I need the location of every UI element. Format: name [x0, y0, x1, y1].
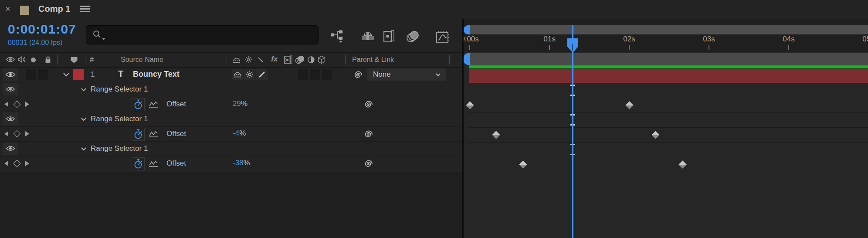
property-graph-icon[interactable]: [148, 160, 159, 167]
layer-expand-chevron-icon[interactable]: [63, 72, 70, 77]
property-pickwhip-icon[interactable]: [363, 159, 374, 169]
layer-visibility-cell[interactable]: [3, 68, 18, 81]
layer-frame-blend-cell[interactable]: [298, 69, 308, 80]
layer-3d-cell[interactable]: [322, 69, 332, 80]
parent-link-column-header[interactable]: Parent & Link: [352, 56, 394, 64]
search-input[interactable]: [86, 25, 319, 44]
group-expand-chevron-icon[interactable]: [81, 147, 87, 151]
group-name[interactable]: Range Selector 1: [91, 144, 148, 153]
layer-number-column-header[interactable]: #: [90, 56, 94, 64]
layer-name[interactable]: Bouncy Text: [133, 70, 180, 79]
ruler-tick: [788, 45, 789, 50]
group-row-range-selector-1[interactable]: Range Selector 1: [0, 82, 462, 97]
source-name-column-header[interactable]: Source Name: [121, 56, 163, 64]
ruler-label: 02s: [616, 35, 642, 44]
layer-solo-cell[interactable]: [38, 69, 48, 80]
layer-quality-switch[interactable]: [256, 69, 268, 80]
close-panel-icon[interactable]: ×: [5, 4, 10, 14]
panel-menu-icon[interactable]: [80, 6, 90, 13]
shy-icon: [233, 71, 242, 78]
audio-column-speaker-icon[interactable]: [17, 56, 26, 63]
layer-audio-cell[interactable]: [26, 69, 36, 80]
parent-dropdown[interactable]: None: [367, 68, 446, 81]
group-name[interactable]: Range Selector 1: [91, 85, 148, 94]
stopwatch-toggle[interactable]: [132, 98, 145, 111]
ruler-label: 01s: [536, 35, 563, 44]
row-separator: [469, 98, 868, 98]
comp-tab-title[interactable]: Comp 1: [38, 4, 70, 14]
previous-keyframe-icon[interactable]: [4, 102, 8, 107]
playhead-line[interactable]: [572, 25, 573, 238]
layer-label-swatch[interactable]: [73, 69, 84, 80]
next-keyframe-icon[interactable]: [25, 102, 29, 107]
group-row-range-selector-3[interactable]: Range Selector 1: [0, 141, 462, 156]
property-row-offset-3[interactable]: Offset -38%: [0, 156, 462, 171]
property-row-offset-1[interactable]: Offset 29%: [0, 97, 462, 112]
property-value[interactable]: -38%: [233, 159, 250, 167]
graph-editor-icon[interactable]: [435, 30, 450, 44]
work-area-bar[interactable]: [469, 53, 868, 65]
adjustment-layer-column-icon[interactable]: [307, 55, 315, 64]
time-navigator-start-handle[interactable]: [464, 25, 470, 34]
property-graph-icon[interactable]: [148, 130, 159, 138]
stopwatch-toggle[interactable]: [132, 157, 145, 170]
add-keyframe-icon[interactable]: [14, 161, 20, 166]
layer-shy-switch[interactable]: [232, 69, 243, 80]
property-graph-icon[interactable]: [148, 100, 159, 108]
collapse-transformations-column-icon[interactable]: [244, 56, 252, 64]
add-keyframe-icon[interactable]: [14, 102, 20, 107]
playhead-handle[interactable]: [567, 38, 578, 53]
group-visibility-cell[interactable]: [3, 142, 18, 155]
group-expand-chevron-icon[interactable]: [81, 117, 87, 121]
property-value[interactable]: 29%: [233, 99, 248, 108]
property-row-offset-2[interactable]: Offset -4%: [0, 126, 462, 142]
draft-3d-icon[interactable]: [360, 30, 375, 42]
add-keyframe-icon[interactable]: [14, 131, 20, 136]
shy-column-icon[interactable]: [232, 57, 241, 64]
frame-blend-column-icon[interactable]: [283, 55, 293, 65]
next-keyframe-icon[interactable]: [25, 161, 29, 166]
group-expand-chevron-icon[interactable]: [81, 88, 87, 92]
ruler-tick: [709, 45, 709, 50]
comp-mini-flowchart-icon[interactable]: [330, 30, 346, 43]
lock-column-icon[interactable]: [44, 56, 51, 64]
search-options-caret-icon[interactable]: [102, 38, 105, 40]
property-pickwhip-icon[interactable]: [363, 129, 374, 139]
stopwatch-icon: [133, 129, 143, 139]
group-visibility-cell[interactable]: [3, 112, 18, 125]
ruler-label: 05s: [855, 35, 868, 44]
quality-column-icon[interactable]: [257, 56, 264, 63]
group-visibility-cell[interactable]: [3, 83, 18, 95]
layer-parent-pickwhip-icon[interactable]: [353, 70, 363, 80]
3d-layer-column-icon[interactable]: [317, 55, 326, 64]
property-name[interactable]: Offset: [166, 159, 186, 168]
property-value[interactable]: -4%: [233, 129, 246, 138]
layer-row-bouncy-text[interactable]: 1 T Bouncy Text None: [0, 67, 462, 82]
comp-color-swatch: [20, 6, 29, 15]
layer-collapse-switch[interactable]: [244, 69, 255, 80]
stopwatch-toggle[interactable]: [132, 128, 145, 141]
previous-keyframe-icon[interactable]: [4, 161, 8, 166]
property-pickwhip-icon[interactable]: [363, 99, 374, 110]
motion-blur-master-icon[interactable]: [405, 30, 422, 44]
video-column-eye-icon[interactable]: [6, 56, 15, 63]
group-name[interactable]: Range Selector 1: [91, 115, 148, 123]
layer-motion-blur-cell[interactable]: [310, 69, 320, 80]
frame-blending-master-icon[interactable]: [382, 30, 396, 43]
layer-duration-bar[interactable]: [469, 69, 868, 83]
next-keyframe-icon[interactable]: [25, 131, 29, 136]
group-row-range-selector-2[interactable]: Range Selector 1: [0, 112, 462, 127]
ruler-label: 0:00s: [464, 35, 483, 44]
timeline-body[interactable]: 0:00s01s02s03s04s05s: [464, 19, 868, 238]
previous-keyframe-icon[interactable]: [4, 131, 8, 136]
work-area-start-handle[interactable]: [464, 53, 470, 65]
time-navigator-bar[interactable]: [469, 25, 868, 34]
label-column-tag-icon[interactable]: [70, 56, 78, 64]
motion-blur-column-icon[interactable]: [295, 55, 306, 64]
fx-column-icon[interactable]: fx: [271, 55, 278, 64]
property-name[interactable]: Offset: [166, 129, 186, 138]
solo-column-icon[interactable]: [31, 58, 36, 62]
current-timecode[interactable]: 0:00:01:07: [8, 22, 76, 37]
property-name[interactable]: Offset: [166, 100, 186, 109]
header-divider: [449, 55, 450, 65]
